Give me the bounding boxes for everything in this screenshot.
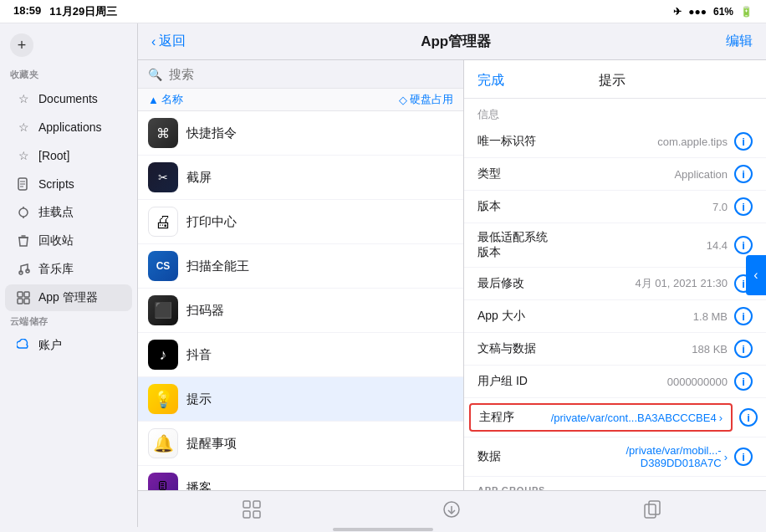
list-item[interactable]: 🎙 播客 xyxy=(138,466,463,490)
add-button[interactable]: + xyxy=(10,33,33,57)
sidebar-item-root[interactable]: ☆ [Root] xyxy=(5,142,132,169)
svg-rect-10 xyxy=(18,292,23,297)
file-name: 提示 xyxy=(186,391,453,407)
file-name: 打印中心 xyxy=(186,214,453,230)
download-bottom-button[interactable] xyxy=(435,493,468,526)
row-value: 7.0 xyxy=(565,201,728,213)
info-button[interactable]: i xyxy=(734,197,753,216)
copy-bottom-button[interactable] xyxy=(636,493,669,526)
size-column-header[interactable]: ◇ 硬盘占用 xyxy=(399,92,453,107)
file-name: 快捷指令 xyxy=(186,125,453,141)
sidebar-item-applications[interactable]: ☆ Applications xyxy=(5,114,132,141)
complete-button[interactable]: 完成 xyxy=(477,72,504,90)
status-bar-right: ✈ ●●● 61% 🔋 xyxy=(673,6,753,18)
row-label: 文稿与数据 xyxy=(477,341,559,356)
info-button[interactable]: i xyxy=(734,236,753,254)
right-panel-chevron[interactable]: ‹ xyxy=(746,255,766,295)
info-button[interactable]: i xyxy=(734,448,753,466)
row-label: 版本 xyxy=(477,199,559,214)
app-groups-label: APP GROUPS xyxy=(464,477,766,490)
sidebar-item-account[interactable]: 账户 xyxy=(5,332,132,359)
edit-button[interactable]: 编辑 xyxy=(726,33,753,50)
row-value: com.apple.tips xyxy=(565,136,728,148)
info-section-label: 信息 xyxy=(464,99,766,125)
sidebar-item-label: 回收站 xyxy=(38,233,74,248)
wifi-icon: ✈ xyxy=(673,6,682,18)
detail-title: 提示 xyxy=(599,72,626,90)
detail-row-version: 版本 7.0 i xyxy=(464,191,766,223)
cloud-label: 云端储存 xyxy=(0,312,137,331)
mount-icon xyxy=(15,204,32,221)
list-item[interactable]: CS 扫描全能王 xyxy=(138,244,463,289)
list-item[interactable]: ✂ 截屏 xyxy=(138,156,463,200)
back-label: 返回 xyxy=(159,33,186,50)
app-icon: 🎙 xyxy=(148,473,178,490)
file-name: 截屏 xyxy=(186,170,453,186)
list-item[interactable]: ⬛ 扫码器 xyxy=(138,289,463,333)
info-button[interactable]: i xyxy=(739,408,758,427)
sidebar-item-music[interactable]: 音乐库 xyxy=(5,256,132,283)
info-button[interactable]: i xyxy=(734,372,753,391)
nav-title: App管理器 xyxy=(421,32,491,51)
sidebar-item-label: 账户 xyxy=(38,338,62,353)
detail-row-appsize: App 大小 1.8 MB i xyxy=(464,300,766,333)
row-value: Application xyxy=(565,168,728,181)
svg-rect-21 xyxy=(645,504,656,518)
app-icon: ⌘ xyxy=(148,118,178,148)
info-button[interactable]: i xyxy=(734,307,753,325)
search-input[interactable] xyxy=(169,67,453,81)
row-value: 188 KB xyxy=(565,343,728,356)
file-name: 提醒事项 xyxy=(186,436,453,452)
row-label: 最后修改 xyxy=(477,276,559,291)
svg-rect-20 xyxy=(649,501,660,514)
detail-row-modified: 最后修改 4月 01, 2021 21:30 i xyxy=(464,268,766,300)
column-headers: ▲ 名称 ◇ 硬盘占用 xyxy=(138,89,463,111)
home-bar xyxy=(333,528,433,531)
star-icon: ☆ xyxy=(15,147,32,164)
row-value: 1.8 MB xyxy=(565,310,728,323)
file-list: 🔍 ▲ 名称 ◇ 硬盘占用 ⌘ 快捷指令 xyxy=(138,60,464,490)
signal-icon: ●●● xyxy=(688,6,707,18)
sidebar-item-documents[interactable]: ☆ Documents xyxy=(5,85,132,112)
row-label: 唯一标识符 xyxy=(477,134,559,149)
app-icon: ✂ xyxy=(148,162,178,192)
grid-bottom-button[interactable] xyxy=(235,493,268,526)
row-label: 主程序 xyxy=(479,410,514,425)
sidebar-item-label: Applications xyxy=(38,120,102,134)
list-item[interactable]: ⌘ 快捷指令 xyxy=(138,111,463,156)
row-label: 用户组 ID xyxy=(477,374,559,389)
name-column-header[interactable]: ▲ 名称 xyxy=(148,92,183,107)
info-button[interactable]: i xyxy=(734,165,753,183)
svg-rect-14 xyxy=(243,501,250,508)
row-value-link[interactable]: /private/var/mobil...-D389DD018A7C › xyxy=(565,444,728,469)
grid-icon xyxy=(15,289,32,306)
status-bar: 18:59 11月29日周三 ✈ ●●● 61% 🔋 xyxy=(0,0,766,23)
sidebar-item-appmanager[interactable]: App 管理器 xyxy=(5,284,132,311)
list-item[interactable]: 🖨 打印中心 xyxy=(138,200,463,244)
info-button[interactable]: i xyxy=(734,340,753,358)
list-item[interactable]: 💡 提示 xyxy=(138,377,463,422)
back-button[interactable]: ‹ 返回 xyxy=(151,33,186,50)
sidebar-item-scripts[interactable]: Scripts xyxy=(5,171,132,197)
info-button[interactable]: i xyxy=(734,132,753,151)
search-bar: 🔍 xyxy=(138,60,463,89)
svg-rect-11 xyxy=(24,292,29,297)
main-prog-link[interactable]: 主程序 /private/var/cont...BA3ABCCCBE4 › xyxy=(469,403,733,432)
app-icon: ♪ xyxy=(148,340,178,370)
status-time: 18:59 xyxy=(13,4,41,19)
battery-label: 61% xyxy=(713,6,733,18)
star-icon: ☆ xyxy=(15,90,32,107)
list-item[interactable]: 🔔 提醒事项 xyxy=(138,422,463,466)
sidebar-item-mounts[interactable]: 挂载点 xyxy=(5,199,132,226)
list-item[interactable]: ♪ 抖音 xyxy=(138,333,463,377)
app-icon: ⬛ xyxy=(148,295,178,325)
file-panel: 🔍 ▲ 名称 ◇ 硬盘占用 ⌘ 快捷指令 xyxy=(138,60,766,490)
row-label: 数据 xyxy=(477,449,559,464)
status-date: 11月29日周三 xyxy=(49,4,117,19)
app-icon: 💡 xyxy=(148,384,178,414)
cloud-icon xyxy=(15,337,32,354)
detail-pane: 完成 提示 信息 唯一标识符 com.apple.tips i 类型 Appli… xyxy=(464,60,766,490)
detail-row-groupid: 用户组 ID 0000000000 i xyxy=(464,366,766,398)
sidebar-item-trash[interactable]: 回收站 xyxy=(5,228,132,254)
name-sort-arrow: ▲ xyxy=(148,94,159,106)
